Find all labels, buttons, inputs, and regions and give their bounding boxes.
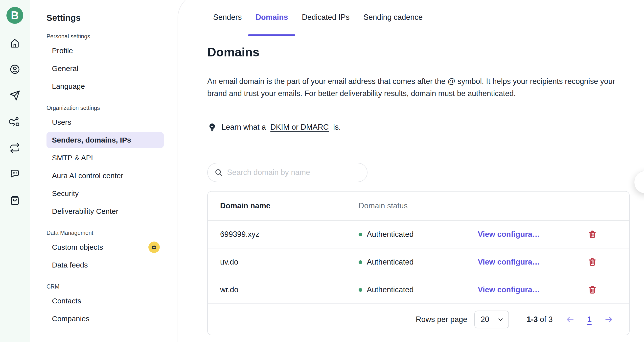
domain-status: Authenticated xyxy=(358,285,458,294)
sidebar-item-profile[interactable]: Profile xyxy=(46,43,164,59)
sidebar-item-deliverability-center[interactable]: Deliverability Center xyxy=(46,203,164,219)
view-configuration-link[interactable]: View configura… xyxy=(478,285,540,294)
table-footer: Rows per page 20 1-3 of 3 1 xyxy=(208,304,629,335)
status-dot-icon xyxy=(358,233,362,236)
domain-name: uv.do xyxy=(220,258,238,266)
section-label: Organization settings xyxy=(46,105,178,111)
campaigns-send-icon[interactable] xyxy=(10,90,20,101)
table-row: 699399.xyz Authenticated View configura… xyxy=(208,221,629,248)
search-icon xyxy=(215,169,222,176)
tab-bar-divider xyxy=(178,36,644,36)
sidebar-item-senders-domains-ips[interactable]: Senders, domains, IPs xyxy=(46,132,164,148)
premium-crown-badge xyxy=(148,241,160,253)
section-crm: CRM Contacts Companies xyxy=(46,283,178,327)
page-title: Domains xyxy=(207,45,634,59)
dkim-dmarc-link[interactable]: DKIM or DMARC xyxy=(270,123,329,132)
sidebar-item-data-feeds[interactable]: Data feeds xyxy=(46,257,164,273)
sidebar-item-general[interactable]: General xyxy=(46,61,164,77)
section-label: Personal settings xyxy=(46,33,178,40)
tip-text: Learn what a xyxy=(222,123,266,132)
section-label: Data Management xyxy=(46,230,178,236)
domain-status: Authenticated xyxy=(358,258,458,266)
sidebar-item-language[interactable]: Language xyxy=(46,79,164,94)
page-number-1[interactable]: 1 xyxy=(587,315,592,324)
status-dot-icon xyxy=(358,288,362,292)
conversations-chat-icon[interactable] xyxy=(10,169,20,180)
table-row: uv.do Authenticated View configura… xyxy=(208,248,629,276)
trash-icon xyxy=(588,230,597,239)
sidebar-item-users[interactable]: Users xyxy=(46,114,164,130)
table-row: wr.do Authenticated View configura… xyxy=(208,276,629,304)
tab-bar: Senders Domains Dedicated IPs Sending ca… xyxy=(213,13,423,36)
sidebar-item-security[interactable]: Security xyxy=(46,186,164,201)
home-icon[interactable] xyxy=(10,38,20,49)
previous-page-button[interactable] xyxy=(566,315,574,324)
view-configuration-link[interactable]: View configura… xyxy=(478,230,540,239)
domain-search xyxy=(207,163,368,182)
column-domain-name: Domain name xyxy=(220,201,270,210)
next-page-button[interactable] xyxy=(604,315,613,324)
status-dot-icon xyxy=(358,260,362,264)
sidebar-item-aura-ai[interactable]: Aura AI control center xyxy=(46,168,164,184)
domains-content: Domains An email domain is the part of y… xyxy=(207,45,634,335)
arrow-right-icon xyxy=(604,315,613,324)
settings-sidebar: Settings Personal settings Profile Gener… xyxy=(30,0,178,342)
app-rail: B xyxy=(0,0,30,342)
lightbulb-icon xyxy=(207,122,217,132)
brevo-logo[interactable]: B xyxy=(6,7,23,24)
sidebar-item-companies[interactable]: Companies xyxy=(46,311,164,327)
rows-per-page-label: Rows per page xyxy=(416,315,468,324)
domains-table: Domain name Domain status 699399.xyz Aut… xyxy=(207,191,630,335)
tip-text: is. xyxy=(333,123,341,132)
tab-sending-cadence[interactable]: Sending cadence xyxy=(363,13,423,36)
contacts-icon[interactable] xyxy=(10,64,20,75)
trash-icon xyxy=(588,285,597,294)
section-data-management: Data Management Custom objects Data feed… xyxy=(46,230,178,273)
tab-dedicated-ips[interactable]: Dedicated IPs xyxy=(302,13,350,36)
search-input[interactable] xyxy=(227,168,360,177)
floating-widget-button[interactable] xyxy=(634,171,644,194)
tab-senders[interactable]: Senders xyxy=(213,13,242,36)
sidebar-item-custom-objects[interactable]: Custom objects xyxy=(46,239,164,255)
crown-icon xyxy=(151,244,157,250)
domain-status: Authenticated xyxy=(358,230,458,239)
delete-domain-button[interactable] xyxy=(588,285,597,294)
ecommerce-bag-icon[interactable] xyxy=(10,195,20,206)
arrow-left-icon xyxy=(566,315,574,324)
column-domain-status: Domain status xyxy=(358,201,408,210)
page-description: An email domain is the part of your emai… xyxy=(207,75,615,100)
automations-icon[interactable] xyxy=(10,116,20,127)
section-organization-settings: Organization settings Users Senders, dom… xyxy=(46,105,178,219)
section-personal-settings: Personal settings Profile General Langua… xyxy=(46,33,178,94)
chevron-down-icon xyxy=(497,316,504,323)
domain-name: 699399.xyz xyxy=(220,230,260,239)
trash-icon xyxy=(588,257,597,267)
transactional-repeat-icon[interactable] xyxy=(10,143,20,153)
sidebar-title: Settings xyxy=(46,13,178,23)
tab-domains[interactable]: Domains xyxy=(256,13,288,36)
sidebar-item-contacts[interactable]: Contacts xyxy=(46,293,164,309)
dkim-tip: Learn what a DKIM or DMARC is. xyxy=(207,122,634,132)
delete-domain-button[interactable] xyxy=(588,257,597,267)
sidebar-item-smtp-api[interactable]: SMTP & API xyxy=(46,150,164,166)
table-header: Domain name Domain status xyxy=(208,192,629,221)
rows-per-page-select[interactable]: 20 xyxy=(474,310,509,328)
main-panel: Senders Domains Dedicated IPs Sending ca… xyxy=(178,0,644,342)
view-configuration-link[interactable]: View configura… xyxy=(478,258,540,266)
delete-domain-button[interactable] xyxy=(588,230,597,239)
pagination-range: 1-3 of 3 xyxy=(527,315,553,324)
domain-name: wr.do xyxy=(220,285,238,294)
section-label: CRM xyxy=(46,283,178,290)
